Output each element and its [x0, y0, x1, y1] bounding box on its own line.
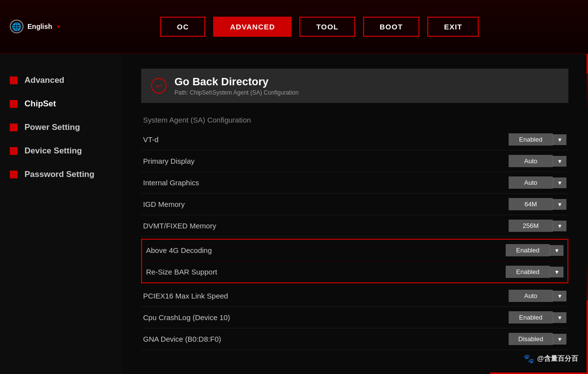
label-gna-device: GNA Device (B0:D8:F0): [143, 335, 221, 343]
lang-dropdown-arrow: ▼: [56, 24, 61, 29]
go-back-row[interactable]: ↩ Go Back Directory Path: ChipSet\System…: [141, 69, 568, 103]
setting-row-igd-memory: IGD Memory 64M ▼: [141, 194, 568, 215]
sidebar-item-device-setting[interactable]: Device Setting: [0, 139, 122, 163]
tab-tool[interactable]: TOOL: [299, 17, 355, 37]
red-indicator: [10, 124, 18, 131]
go-back-icon: ↩: [151, 78, 167, 94]
label-internal-graphics: Internal Graphics: [143, 178, 199, 187]
watermark: 🐾 @含量百分百: [523, 353, 578, 364]
arrow-dvmt[interactable]: ▼: [553, 221, 566, 231]
setting-row-internal-graphics: Internal Graphics Auto ▼: [141, 172, 568, 194]
value-crashlog: Enabled ▼: [509, 311, 566, 324]
red-indicator: [10, 171, 18, 178]
globe-icon: 🌐: [10, 20, 24, 33]
value-pciex16: Auto ▼: [509, 290, 566, 302]
label-igd-memory: IGD Memory: [143, 200, 185, 208]
section-header: System Agent (SA) Configuration: [143, 113, 568, 129]
value-box-primary-display: Auto: [509, 155, 553, 167]
paw-icon: 🐾: [523, 353, 534, 364]
value-vtd: Enabled ▼: [509, 133, 566, 146]
tab-exit[interactable]: EXIT: [427, 17, 479, 37]
setting-row-dvmt: DVMT/FIXED Memory 256M ▼: [141, 215, 568, 237]
label-vtd: VT-d: [143, 135, 159, 144]
value-primary-display: Auto ▼: [509, 155, 566, 167]
sidebar-label-advanced: Advanced: [24, 75, 64, 85]
label-resize-bar: Re-Size BAR Support: [146, 268, 217, 276]
arrow-internal-graphics[interactable]: ▼: [553, 177, 566, 188]
value-box-gna-device: Disabled: [509, 333, 553, 345]
red-indicator: [10, 76, 18, 84]
language-selector[interactable]: 🌐 English ▼: [10, 20, 61, 33]
go-back-info: Go Back Directory Path: ChipSet\System A…: [174, 75, 298, 96]
label-dvmt: DVMT/FIXED Memory: [143, 222, 216, 230]
setting-row-primary-display: Primary Display Auto ▼: [141, 150, 568, 172]
value-igd-memory: 64M ▼: [509, 198, 566, 210]
red-indicator: [10, 100, 18, 108]
setting-row-above4g: Above 4G Decoding Enabled ▼: [142, 240, 567, 261]
value-box-resize-bar: Enabled: [506, 266, 550, 278]
sidebar-item-advanced[interactable]: Advanced: [0, 69, 122, 92]
label-above4g: Above 4G Decoding: [146, 246, 212, 254]
sidebar-label-device: Device Setting: [24, 146, 82, 156]
sidebar-label-password: Password Setting: [24, 170, 95, 179]
sidebar-label-chipset: ChipSet: [24, 99, 56, 109]
value-box-vtd: Enabled: [509, 133, 553, 146]
value-box-dvmt: 256M: [509, 220, 553, 232]
value-box-igd-memory: 64M: [509, 198, 553, 210]
value-dvmt: 256M ▼: [509, 220, 566, 232]
sidebar-item-power-setting[interactable]: Power Setting: [0, 116, 122, 139]
watermark-text: @含量百分百: [537, 354, 578, 363]
sidebar-label-power: Power Setting: [24, 123, 80, 132]
label-primary-display: Primary Display: [143, 157, 195, 165]
language-label: English: [27, 23, 52, 30]
settings-list: VT-d Enabled ▼ Primary Display Auto ▼ In…: [141, 129, 568, 350]
setting-row-resize-bar: Re-Size BAR Support Enabled ▼: [142, 261, 567, 282]
main-content: ↩ Go Back Directory Path: ChipSet\System…: [122, 54, 588, 374]
arrow-above4g[interactable]: ▼: [550, 245, 564, 256]
arrow-gna-device[interactable]: ▼: [553, 334, 566, 345]
setting-row-vtd: VT-d Enabled ▼: [141, 129, 568, 150]
arrow-primary-display[interactable]: ▼: [553, 156, 566, 167]
value-internal-graphics: Auto ▼: [509, 176, 566, 189]
arrow-crashlog[interactable]: ▼: [553, 312, 566, 323]
header: 🌐 English ▼ OC ADVANCED TOOL Boot EXIT: [0, 0, 588, 54]
value-gna-device: Disabled ▼: [509, 333, 566, 345]
watermark-logo: 🐾 @含量百分百: [523, 353, 578, 364]
tab-advanced[interactable]: ADVANCED: [213, 17, 292, 37]
nav-tabs: OC ADVANCED TOOL Boot EXIT: [160, 17, 479, 37]
sidebar-item-password-setting[interactable]: Password Setting: [0, 163, 122, 186]
label-crashlog: Cpu CrashLog (Device 10): [143, 313, 230, 322]
tab-oc[interactable]: OC: [160, 17, 206, 37]
value-box-internal-graphics: Auto: [509, 176, 553, 189]
value-box-crashlog: Enabled: [509, 311, 553, 324]
arrow-pciex16[interactable]: ▼: [553, 291, 566, 301]
setting-row-crashlog: Cpu CrashLog (Device 10) Enabled ▼: [141, 307, 568, 328]
sidebar-item-chipset[interactable]: ChipSet: [0, 92, 122, 116]
setting-row-gna-device: GNA Device (B0:D8:F0) Disabled ▼: [141, 328, 568, 350]
red-indicator: [10, 147, 18, 155]
value-box-pciex16: Auto: [509, 290, 553, 302]
arrow-vtd[interactable]: ▼: [553, 134, 566, 145]
setting-row-pciex16: PCIEX16 Max Link Speed Auto ▼: [141, 285, 568, 307]
highlighted-group: Above 4G Decoding Enabled ▼ Re-Size BAR …: [141, 239, 568, 283]
sidebar: Advanced ChipSet Power Setting Device Se…: [0, 54, 122, 374]
go-back-path: Path: ChipSet\System Agent (SA) Configur…: [174, 89, 298, 96]
arrow-igd-memory[interactable]: ▼: [553, 199, 566, 210]
arrow-resize-bar[interactable]: ▼: [550, 267, 564, 277]
go-back-title: Go Back Directory: [174, 75, 298, 88]
value-above4g: Enabled ▼: [506, 244, 564, 256]
value-box-above4g: Enabled: [506, 244, 550, 256]
tab-boot[interactable]: Boot: [363, 17, 419, 37]
label-pciex16: PCIEX16 Max Link Speed: [143, 292, 228, 300]
value-resize-bar: Enabled ▼: [506, 266, 564, 278]
